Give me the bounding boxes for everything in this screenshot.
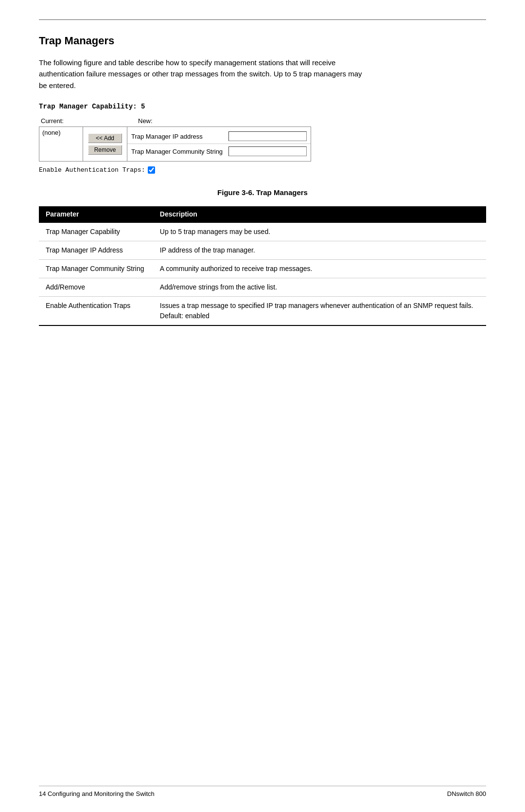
add-button[interactable]: << Add	[88, 133, 122, 143]
desc-cell: Up to 5 trap managers may be used.	[153, 222, 486, 241]
figure-caption: Figure 3-6. Trap Managers	[39, 188, 486, 197]
auth-trap-row: Enable Authentication Traps:	[39, 166, 311, 174]
param-cell: Add/Remove	[39, 278, 153, 296]
action-buttons: << Add Remove	[83, 127, 127, 161]
col-description: Description	[153, 206, 486, 222]
ip-address-field-row: Trap Manager IP address	[127, 129, 311, 144]
capability-label: Trap Manager Capability: 5	[39, 103, 486, 110]
table-row: Trap Manager CapabilityUp to 5 trap mana…	[39, 222, 486, 241]
trap-fields: Trap Manager IP address Trap Manager Com…	[127, 127, 311, 161]
intro-paragraph: The following figure and table describe …	[39, 57, 369, 91]
auth-trap-label: Enable Authentication Traps:	[39, 166, 145, 174]
param-cell: Enable Authentication Traps	[39, 296, 153, 325]
table-body: Trap Manager CapabilityUp to 5 trap mana…	[39, 222, 486, 325]
current-label: Current:	[41, 117, 89, 125]
ip-address-label: Trap Manager IP address	[131, 133, 228, 140]
footer-left: 14 Configuring and Monitoring the Switch	[39, 790, 155, 797]
param-cell: Trap Manager Community String	[39, 259, 153, 278]
table-row: Enable Authentication TrapsIssues a trap…	[39, 296, 486, 325]
desc-cell: IP address of the trap manager.	[153, 241, 486, 259]
ip-address-input[interactable]	[228, 131, 307, 141]
footer-right: DNswitch 800	[447, 790, 486, 797]
new-label: New:	[138, 117, 235, 125]
figure-ui: Current: New: (none) << Add Remove Trap …	[39, 117, 311, 177]
table-row: Add/RemoveAdd/remove strings from the ac…	[39, 278, 486, 296]
table-row: Trap Manager Community StringA community…	[39, 259, 486, 278]
listbox-value: (none)	[42, 129, 61, 136]
param-cell: Trap Manager Capability	[39, 222, 153, 241]
top-rule	[39, 19, 486, 20]
ui-column-labels: Current: New:	[39, 117, 311, 125]
current-listbox[interactable]: (none)	[39, 127, 83, 161]
desc-cell: A community authorized to receive trap m…	[153, 259, 486, 278]
auth-trap-checkbox[interactable]	[148, 166, 155, 174]
page-title: Trap Managers	[39, 35, 486, 47]
page-footer: 14 Configuring and Monitoring the Switch…	[39, 786, 486, 797]
table-header-row: Parameter Description	[39, 206, 486, 222]
parameter-table: Parameter Description Trap Manager Capab…	[39, 206, 486, 326]
table-row: Trap Manager IP AddressIP address of the…	[39, 241, 486, 259]
community-string-field-row: Trap Manager Community String	[127, 144, 311, 159]
col-parameter: Parameter	[39, 206, 153, 222]
desc-cell: Add/remove strings from the active list.	[153, 278, 486, 296]
param-cell: Trap Manager IP Address	[39, 241, 153, 259]
table-header: Parameter Description	[39, 206, 486, 222]
community-string-input[interactable]	[228, 146, 307, 156]
desc-cell: Issues a trap message to specified IP tr…	[153, 296, 486, 325]
remove-button[interactable]: Remove	[88, 145, 122, 155]
ui-main-panel: (none) << Add Remove Trap Manager IP add…	[39, 126, 311, 162]
community-string-label: Trap Manager Community String	[131, 148, 228, 155]
page-container: Trap Managers The following figure and t…	[0, 0, 525, 812]
